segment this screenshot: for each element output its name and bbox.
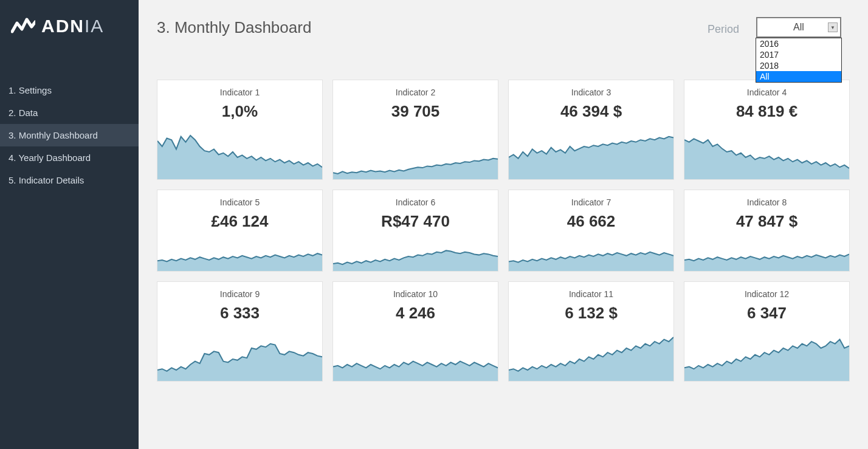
period-option-2017[interactable]: 2017 bbox=[756, 49, 841, 60]
sparkline-chart bbox=[684, 235, 849, 271]
svg-marker-11 bbox=[684, 340, 849, 381]
card-value: 6 333 bbox=[220, 304, 260, 323]
svg-marker-8 bbox=[157, 344, 322, 381]
sidebar: ADNIA 1. Settings 2. Data 3. Monthly Das… bbox=[0, 0, 139, 449]
card-indicator-4: Indicator 4 84 819 € bbox=[684, 80, 850, 180]
card-title: Indicator 5 bbox=[220, 197, 260, 207]
brand-name-bold: ADN bbox=[41, 16, 84, 36]
card-title: Indicator 2 bbox=[396, 87, 435, 97]
period-dropdown-text: All bbox=[793, 22, 804, 33]
app-root: ADNIA 1. Settings 2. Data 3. Monthly Das… bbox=[0, 0, 868, 449]
card-title: Indicator 1 bbox=[220, 87, 260, 97]
card-value: £46 124 bbox=[212, 212, 269, 231]
card-title: Indicator 12 bbox=[745, 289, 789, 299]
card-value: 46 662 bbox=[567, 212, 616, 231]
card-title: Indicator 4 bbox=[747, 87, 787, 97]
sparkline-chart bbox=[684, 125, 849, 179]
period-dropdown-value[interactable]: All ▼ bbox=[756, 17, 841, 38]
card-value: 84 819 € bbox=[736, 102, 797, 121]
card-title: Indicator 3 bbox=[571, 87, 611, 97]
sparkline-chart bbox=[333, 125, 498, 179]
svg-marker-6 bbox=[509, 252, 673, 271]
sparkline-chart bbox=[684, 326, 849, 381]
card-value: 6 132 $ bbox=[565, 304, 618, 323]
card-indicator-7: Indicator 7 46 662 bbox=[508, 190, 674, 272]
svg-marker-7 bbox=[684, 254, 849, 271]
card-value: R$47 470 bbox=[381, 212, 450, 231]
card-indicator-8: Indicator 8 47 847 $ bbox=[684, 190, 850, 272]
card-title: Indicator 8 bbox=[747, 197, 787, 207]
sparkline-chart bbox=[509, 235, 673, 271]
card-value: 46 394 $ bbox=[560, 102, 622, 121]
card-title: Indicator 7 bbox=[571, 197, 611, 207]
sidebar-item-data[interactable]: 2. Data bbox=[0, 101, 139, 124]
period-option-all[interactable]: All bbox=[756, 71, 841, 82]
card-title: Indicator 9 bbox=[220, 289, 260, 299]
card-indicator-6: Indicator 6 R$47 470 bbox=[332, 190, 498, 272]
sparkline-chart bbox=[509, 326, 673, 381]
card-indicator-9: Indicator 9 6 333 bbox=[157, 281, 323, 382]
sparkline-chart bbox=[333, 235, 498, 271]
sparkline-chart bbox=[157, 125, 322, 179]
sparkline-chart bbox=[509, 125, 673, 179]
cards-grid: Indicator 1 1,0% Indicator 2 39 705 Indi… bbox=[157, 80, 850, 382]
card-value: 39 705 bbox=[391, 102, 440, 121]
card-indicator-12: Indicator 12 6 347 bbox=[684, 281, 850, 382]
period-option-2016[interactable]: 2016 bbox=[756, 38, 841, 49]
period-option-2018[interactable]: 2018 bbox=[756, 60, 841, 71]
card-value: 4 246 bbox=[396, 304, 435, 323]
svg-marker-2 bbox=[509, 137, 673, 179]
period-filter: Period All ▼ 2016 2017 2018 All bbox=[708, 17, 841, 38]
card-indicator-1: Indicator 1 1,0% bbox=[157, 80, 323, 180]
card-indicator-3: Indicator 3 46 394 $ bbox=[508, 80, 674, 180]
sparkline-chart bbox=[157, 326, 322, 381]
sidebar-item-monthly-dashboard[interactable]: 3. Monthly Dashboard bbox=[0, 124, 139, 146]
card-title: Indicator 10 bbox=[393, 289, 438, 299]
sparkline-chart bbox=[157, 235, 322, 271]
card-indicator-11: Indicator 11 6 132 $ bbox=[508, 281, 674, 382]
brand-logo-icon bbox=[11, 17, 35, 35]
main-content: 3. Monthly Dashboard Period All ▼ 2016 2… bbox=[139, 0, 868, 449]
brand: ADNIA bbox=[0, 0, 139, 55]
card-title: Indicator 6 bbox=[396, 197, 435, 207]
sidebar-item-yearly-dashboard[interactable]: 4. Yearly Dashboard bbox=[0, 146, 139, 169]
sidebar-item-settings[interactable]: 1. Settings bbox=[0, 79, 139, 101]
period-dropdown-list: 2016 2017 2018 All bbox=[756, 38, 842, 83]
card-value: 47 847 $ bbox=[736, 212, 797, 231]
sparkline-chart bbox=[333, 326, 498, 381]
sidebar-nav: 1. Settings 2. Data 3. Monthly Dashboard… bbox=[0, 79, 139, 191]
period-dropdown[interactable]: All ▼ 2016 2017 2018 All bbox=[756, 17, 841, 38]
svg-marker-3 bbox=[684, 139, 849, 179]
card-indicator-5: Indicator 5 £46 124 bbox=[157, 190, 323, 272]
brand-text: ADNIA bbox=[41, 16, 104, 36]
svg-marker-10 bbox=[509, 337, 673, 381]
sidebar-item-indicator-details[interactable]: 5. Indicator Details bbox=[0, 169, 139, 191]
svg-marker-0 bbox=[157, 135, 322, 179]
card-value: 1,0% bbox=[222, 102, 258, 121]
chevron-down-icon[interactable]: ▼ bbox=[828, 22, 838, 32]
card-value: 6 347 bbox=[747, 304, 787, 323]
card-indicator-10: Indicator 10 4 246 bbox=[332, 281, 498, 382]
card-indicator-2: Indicator 2 39 705 bbox=[332, 80, 498, 180]
brand-name-thin: IA bbox=[84, 16, 104, 36]
period-label: Period bbox=[708, 17, 739, 36]
card-title: Indicator 11 bbox=[569, 289, 613, 299]
